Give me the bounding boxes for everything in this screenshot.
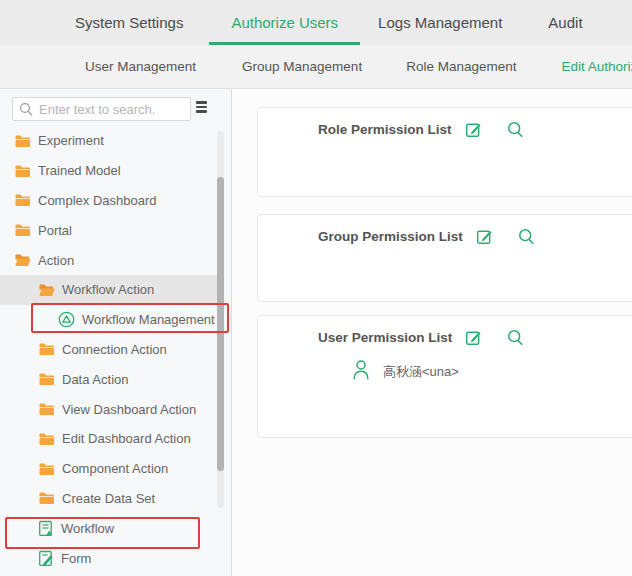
folder-icon (38, 462, 55, 476)
folder-icon (14, 223, 31, 237)
folder-icon (38, 342, 55, 356)
tree-item-label: Data Action (62, 372, 129, 387)
group-permission-list-card: Group Permission List (257, 214, 632, 302)
card-title: Role Permission List (318, 122, 452, 137)
tree-item-label: Create Data Set (62, 491, 155, 506)
tab-audit[interactable]: Audit (548, 0, 582, 45)
list-menu-icon[interactable] (196, 101, 207, 115)
tab-role-management[interactable]: Role Management (406, 45, 516, 88)
tree-item-component-action[interactable]: Component Action (0, 454, 218, 484)
form-doc-icon (38, 550, 54, 567)
resource-tree: Experiment Trained Model Complex Dashboa… (0, 126, 231, 573)
sidebar-scrollbar-thumb[interactable] (217, 177, 224, 471)
secondary-nav: User ManagementGroup ManagementRole Mana… (0, 45, 632, 89)
folder-icon (14, 193, 31, 207)
folder-icon (38, 491, 55, 505)
folder-icon (38, 432, 55, 446)
member-name: 高秋涵<una> (383, 363, 459, 381)
tree-item-edit-dashboard-action[interactable]: Edit Dashboard Action (0, 424, 218, 454)
tree-item-label: View Dashboard Action (62, 402, 196, 417)
folder-open-icon (38, 283, 55, 297)
sidebar-search (12, 97, 191, 121)
tab-user-management[interactable]: User Management (85, 45, 196, 88)
search-user-permission-list-button[interactable] (507, 329, 524, 346)
tab-group-management[interactable]: Group Management (242, 45, 362, 88)
tree-item-label: Connection Action (62, 342, 167, 357)
sidebar: Experiment Trained Model Complex Dashboa… (0, 89, 232, 576)
workflow-doc-icon (38, 520, 54, 537)
tree-item-label: Complex Dashboard (38, 193, 157, 208)
tree-item-create-data-set[interactable]: Create Data Set (0, 484, 218, 514)
member-item[interactable]: 高秋涵<una> (258, 359, 632, 384)
search-icon (518, 228, 535, 245)
role-permission-list-card: Role Permission List (257, 107, 632, 197)
tree-item-workflow-management[interactable]: Workflow Management (0, 305, 218, 335)
tree-item-label: Portal (38, 223, 72, 238)
card-title: Group Permission List (318, 229, 463, 244)
folder-icon (38, 372, 55, 386)
edit-icon (465, 121, 482, 138)
tree-item-trained-model[interactable]: Trained Model (0, 156, 218, 186)
folder-icon (14, 223, 31, 237)
edit-group-permission-list-button[interactable] (476, 228, 493, 245)
tab-edit-authoriza[interactable]: Edit Authoriza (561, 45, 632, 88)
folder-icon (14, 134, 31, 148)
tree-item-view-dashboard-action[interactable]: View Dashboard Action (0, 394, 218, 424)
tree-item-label: Experiment (38, 133, 104, 148)
tree-item-workflow-action[interactable]: Workflow Action (0, 275, 218, 305)
folder-icon (38, 372, 55, 386)
tree-item-label: Edit Dashboard Action (62, 431, 191, 446)
tab-logs-management[interactable]: Logs Management (378, 0, 502, 45)
tree-item-label: Action (38, 253, 74, 268)
user-icon (352, 359, 370, 384)
folder-icon (38, 432, 55, 446)
card-header: Group Permission List (258, 215, 632, 245)
tab-system-settings[interactable]: System Settings (75, 0, 183, 45)
search-group-permission-list-button[interactable] (518, 228, 535, 245)
folder-icon (38, 402, 55, 416)
search-icon (507, 121, 524, 138)
tree-item-label: Component Action (62, 461, 168, 476)
folder-icon (14, 164, 31, 178)
folder-icon (14, 164, 31, 178)
search-input[interactable] (12, 97, 191, 121)
folder-icon (38, 462, 55, 476)
tree-item-workflow[interactable]: Workflow (0, 513, 218, 543)
tab-authorize-users[interactable]: Authorize Users (231, 0, 338, 45)
workflow-management-icon (58, 311, 75, 328)
folder-open-icon (14, 253, 31, 267)
primary-nav: System SettingsAuthorize UsersLogs Manag… (0, 0, 632, 45)
user-permission-list-card: User Permission List 高秋涵<una> (257, 315, 632, 438)
card-header: Role Permission List (258, 108, 632, 138)
edit-user-permission-list-button[interactable] (465, 329, 482, 346)
workspace: Experiment Trained Model Complex Dashboa… (0, 89, 632, 576)
workflow-doc-icon (38, 520, 54, 537)
main-content: Role Permission List Group Permission Li… (232, 89, 632, 576)
tree-item-label: Trained Model (38, 163, 121, 178)
folder-icon (38, 342, 55, 356)
edit-icon (465, 329, 482, 346)
tree-item-experiment[interactable]: Experiment (0, 126, 218, 156)
workflow-circle-icon (58, 311, 75, 328)
user-icon (352, 359, 370, 380)
search-icon (507, 329, 524, 346)
folder-icon (38, 402, 55, 416)
tree-item-data-action[interactable]: Data Action (0, 364, 218, 394)
card-title: User Permission List (318, 330, 452, 345)
tree-item-label: Workflow Action (62, 282, 154, 297)
tree-item-complex-dashboard[interactable]: Complex Dashboard (0, 186, 218, 216)
folder-icon (14, 134, 31, 148)
card-header: User Permission List (258, 316, 632, 346)
folder-open-icon (14, 253, 31, 267)
tree-item-portal[interactable]: Portal (0, 215, 218, 245)
search-role-permission-list-button[interactable] (507, 121, 524, 138)
tree-item-label: Workflow (61, 521, 114, 536)
folder-icon (38, 491, 55, 505)
edit-role-permission-list-button[interactable] (465, 121, 482, 138)
tree-item-form[interactable]: Form (0, 543, 218, 573)
tree-item-connection-action[interactable]: Connection Action (0, 335, 218, 365)
tree-item-label: Form (61, 551, 91, 566)
tree-item-action[interactable]: Action (0, 245, 218, 275)
folder-icon (14, 193, 31, 207)
edit-icon (476, 228, 493, 245)
